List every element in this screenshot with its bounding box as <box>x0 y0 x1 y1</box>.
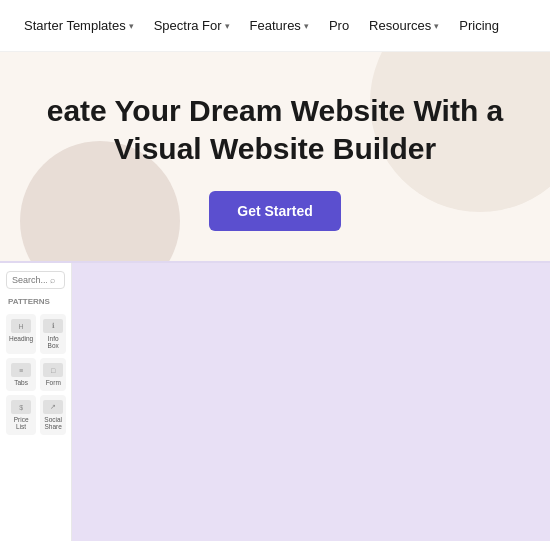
pricelist-block-label: Price List <box>9 416 33 430</box>
sidebar-search-container[interactable]: ⌕ <box>6 271 65 289</box>
sidebar-blocks-grid: H Heading ℹ Info Box ≡ Tabs □ Form $ P <box>6 314 65 435</box>
hero-title: eate Your Dream Website With a Visual We… <box>35 92 515 167</box>
builder-background <box>0 263 550 541</box>
nav-spectra-for[interactable]: Spectra For ▾ <box>146 12 238 39</box>
sidebar-block-socialshare[interactable]: ↗ Social Share <box>40 395 66 435</box>
tabs-block-label: Tabs <box>14 379 28 386</box>
builder-preview: ⌕ Patterns H Heading ℹ Info Box ≡ Tabs □ <box>0 261 550 541</box>
nav-pro[interactable]: Pro <box>321 12 357 39</box>
sidebar-block-pricelist[interactable]: $ Price List <box>6 395 36 435</box>
pricelist-block-icon: $ <box>11 400 31 414</box>
infobox-block-icon: ℹ <box>43 319 63 333</box>
builder-inner: ⌕ Patterns H Heading ℹ Info Box ≡ Tabs □ <box>0 263 72 541</box>
chevron-down-icon: ▾ <box>129 21 134 31</box>
socialshare-block-label: Social Share <box>43 416 63 430</box>
chevron-down-icon: ▾ <box>434 21 439 31</box>
sidebar-block-heading[interactable]: H Heading <box>6 314 36 354</box>
sidebar-block-infobox[interactable]: ℹ Info Box <box>40 314 66 354</box>
patterns-label: Patterns <box>6 295 65 308</box>
form-block-icon: □ <box>43 363 63 377</box>
get-started-button[interactable]: Get Started <box>209 191 340 231</box>
nav-resources[interactable]: Resources ▾ <box>361 12 447 39</box>
builder-sidebar: ⌕ Patterns H Heading ℹ Info Box ≡ Tabs □ <box>0 263 72 541</box>
heading-block-label: Heading <box>9 335 33 342</box>
nav-features[interactable]: Features ▾ <box>242 12 317 39</box>
sidebar-block-tabs[interactable]: ≡ Tabs <box>6 358 36 391</box>
navbar: Starter Templates ▾ Spectra For ▾ Featur… <box>0 0 550 52</box>
search-icon: ⌕ <box>50 275 55 285</box>
sidebar-search-input[interactable] <box>12 275 47 285</box>
infobox-block-label: Info Box <box>43 335 63 349</box>
nav-pricing[interactable]: Pricing <box>451 12 507 39</box>
chevron-down-icon: ▾ <box>225 21 230 31</box>
form-block-label: Form <box>46 379 61 386</box>
socialshare-block-icon: ↗ <box>43 400 63 414</box>
sidebar-block-form[interactable]: □ Form <box>40 358 66 391</box>
nav-starter-templates[interactable]: Starter Templates ▾ <box>16 12 142 39</box>
heading-block-icon: H <box>11 319 31 333</box>
tabs-block-icon: ≡ <box>11 363 31 377</box>
chevron-down-icon: ▾ <box>304 21 309 31</box>
hero-section: eate Your Dream Website With a Visual We… <box>0 52 550 261</box>
